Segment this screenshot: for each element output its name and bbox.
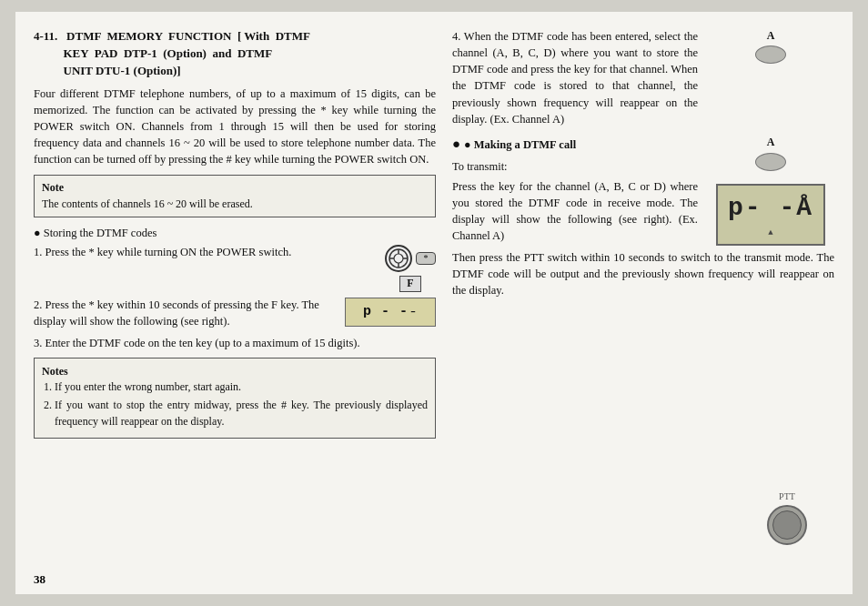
content-area: 4-11. DTMF MEMORY FUNCTION [ With DTMF K… <box>34 28 834 581</box>
large-display-cursor: ▲ <box>768 227 772 239</box>
section-title: 4-11. DTMF MEMORY FUNCTION [ With DTMF K… <box>34 28 436 80</box>
notes-title: Notes <box>42 364 428 379</box>
ptt-button-inner <box>772 510 802 540</box>
note-text: The contents of channels 16 ~ 20 will be… <box>42 197 428 212</box>
right-column: A A p‑ ‑Å ▲ PTT <box>452 28 834 581</box>
note-item-1: If you enter the wrong number, start aga… <box>55 379 428 395</box>
making-dtmf-header: ● ● Making a DTMF call <box>452 135 698 155</box>
channel-a-mid: A <box>755 135 786 170</box>
note-box: Note The contents of channels 16 ~ 20 wi… <box>34 175 436 217</box>
title-text: 4-11. DTMF MEMORY FUNCTION [ With DTMF K… <box>34 28 310 80</box>
intro-paragraph: Four different DTMF telephone numbers, o… <box>34 86 436 168</box>
ptt-section: PTT <box>767 490 807 546</box>
step1-container: * F 1. Press the * key while turning ON … <box>34 245 436 292</box>
notes-box: Notes If you enter the wrong number, sta… <box>34 358 436 439</box>
note-item-2: If you want to stop the entry midway, pr… <box>55 398 428 429</box>
page: 4-11. DTMF MEMORY FUNCTION [ With DTMF K… <box>15 12 853 594</box>
f-key-icon: F <box>399 276 421 292</box>
then-press-text: Then press the PTT switch within 10 seco… <box>452 249 834 298</box>
svg-point-1 <box>394 254 403 263</box>
asterisk-key-icon: * <box>416 252 436 265</box>
large-display-text: p‑ ‑Å <box>728 190 813 227</box>
page-number: 38 <box>34 572 45 587</box>
large-display-box: p‑ ‑Å ▲ <box>716 184 825 246</box>
notes-list: If you enter the wrong number, start aga… <box>55 379 428 429</box>
ptt-button[interactable] <box>767 505 807 545</box>
bullet1-header: ● Storing the DTMF codes <box>34 225 436 241</box>
channel-a-top: A <box>755 28 786 64</box>
step1-text: 1. Press the * key while turning ON the … <box>34 245 436 261</box>
left-column: 4-11. DTMF MEMORY FUNCTION [ With DTMF K… <box>34 28 452 581</box>
step1-icons: * F <box>385 245 436 292</box>
right-floats: A A p‑ ‑Å ▲ PTT <box>707 28 834 246</box>
bullet1-label: ● Storing the DTMF codes <box>34 225 156 241</box>
note-title: Note <box>42 180 428 196</box>
step3-text: 3. Enter the DTMF code on the ten key (u… <box>34 336 436 352</box>
channel-a-mid-button[interactable] <box>755 153 786 171</box>
storing-dtmf-section: ● Storing the DTMF codes <box>34 225 436 352</box>
step2-container: p - - – 2. Press the * key within 10 sec… <box>34 298 436 330</box>
channel-a-top-button[interactable] <box>755 45 786 64</box>
step2-display: p - - – <box>345 298 436 327</box>
ptt-label: PTT <box>779 490 795 504</box>
making-dtmf-bullet: ● <box>452 135 460 155</box>
making-dtmf-label: ● Making a DTMF call <box>464 136 576 153</box>
tuning-knob-icon <box>385 245 412 272</box>
channel-a-mid-label: A <box>767 135 775 150</box>
channel-a-top-label: A <box>767 28 775 44</box>
